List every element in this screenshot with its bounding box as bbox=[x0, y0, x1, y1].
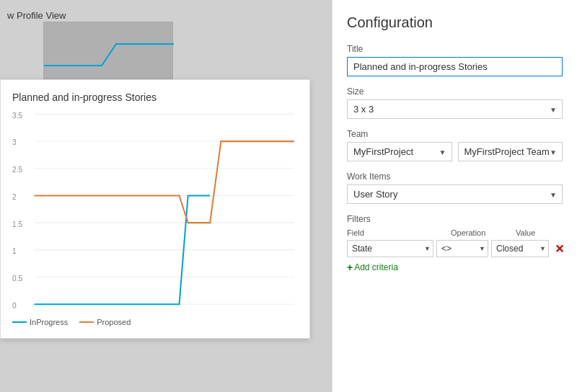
filter-val-header: Value bbox=[513, 228, 563, 237]
filters-section: Filters Field Operation Value State Titl… bbox=[347, 214, 563, 273]
svg-text:30: 30 bbox=[139, 311, 146, 312]
svg-text:20: 20 bbox=[102, 311, 110, 312]
svg-text:10: 10 bbox=[175, 311, 182, 312]
filters-label: Filters bbox=[347, 214, 563, 224]
svg-text:0.5: 0.5 bbox=[12, 275, 22, 282]
svg-text:2.5: 2.5 bbox=[12, 166, 22, 174]
legend-inprogress: InProgress bbox=[12, 318, 68, 326]
chart-area: 0 0.5 1 1.5 2 2.5 3 3.5 31 Aug bbox=[12, 110, 298, 312]
team-name-select[interactable]: MyFirstProject Team bbox=[458, 142, 563, 161]
title-label: Title bbox=[347, 44, 563, 54]
team-label: Team bbox=[347, 129, 563, 139]
svg-text:3: 3 bbox=[12, 138, 17, 146]
size-select-wrapper: 3 x 3 1 x 1 2 x 2 4 x 4 ▼ bbox=[347, 99, 563, 119]
filter-headers: Field Operation Value bbox=[347, 228, 563, 237]
work-items-group: Work Items User Story Bug Task Feature ▼ bbox=[347, 172, 563, 204]
legend-line-inprogress bbox=[12, 321, 27, 323]
title-input[interactable] bbox=[347, 57, 563, 76]
size-select[interactable]: 3 x 3 1 x 1 2 x 2 4 x 4 bbox=[347, 99, 563, 119]
filter-op-select[interactable]: <> = > < bbox=[436, 240, 488, 257]
work-items-select-wrapper: User Story Bug Task Feature ▼ bbox=[347, 184, 563, 204]
legend-label-inprogress: InProgress bbox=[30, 318, 68, 326]
filter-field-wrapper: State Title Priority ▼ bbox=[347, 240, 433, 257]
delete-filter-button[interactable]: ✕ bbox=[552, 242, 567, 256]
legend-line-proposed bbox=[79, 321, 94, 323]
work-items-select[interactable]: User Story Bug Task Feature bbox=[347, 184, 563, 204]
filter-field-select[interactable]: State Title Priority bbox=[347, 240, 433, 257]
svg-text:1.5: 1.5 bbox=[12, 220, 22, 228]
svg-text:20: 20 bbox=[212, 311, 219, 312]
size-group: Size 3 x 3 1 x 1 2 x 2 4 x 4 ▼ bbox=[347, 86, 563, 119]
legend-label-proposed: Proposed bbox=[97, 318, 131, 326]
add-criteria-plus-icon: + bbox=[347, 262, 353, 273]
size-label: Size bbox=[347, 86, 563, 97]
team-row: MyFirstProject ▼ MyFirstProject Team ▼ bbox=[347, 142, 563, 161]
svg-text:31: 31 bbox=[30, 311, 38, 312]
team-name-wrapper: MyFirstProject Team ▼ bbox=[458, 142, 563, 161]
profile-view-label: w Profile View bbox=[7, 10, 66, 21]
legend-proposed: Proposed bbox=[79, 318, 131, 326]
team-project-wrapper: MyFirstProject ▼ bbox=[347, 142, 452, 161]
svg-text:0: 0 bbox=[12, 301, 17, 309]
team-group: Team MyFirstProject ▼ MyFirstProject Tea… bbox=[347, 129, 563, 161]
filter-field-header: Field bbox=[347, 228, 448, 237]
svg-text:1: 1 bbox=[12, 247, 17, 255]
filter-op-header: Operation bbox=[448, 228, 513, 237]
chart-title: Planned and in-progress Stories bbox=[12, 92, 298, 103]
filter-row: State Title Priority ▼ <> = > < ▼ Closed bbox=[347, 240, 563, 257]
svg-text:3.5: 3.5 bbox=[12, 112, 22, 120]
filter-op-wrapper: <> = > < ▼ bbox=[436, 240, 488, 257]
svg-text:2: 2 bbox=[12, 193, 17, 201]
add-criteria-button[interactable]: + Add criteria bbox=[347, 262, 398, 273]
filter-value-select[interactable]: Closed Active Resolved New bbox=[491, 240, 549, 257]
work-items-label: Work Items bbox=[347, 172, 563, 182]
team-project-select[interactable]: MyFirstProject bbox=[347, 142, 452, 161]
config-heading: Configuration bbox=[347, 14, 563, 31]
right-panel: Configuration Title Size 3 x 3 1 x 1 2 x… bbox=[332, 0, 577, 392]
bg-chart-preview bbox=[43, 22, 173, 79]
svg-text:10: 10 bbox=[67, 311, 74, 312]
filter-val-wrapper: Closed Active Resolved New ▼ bbox=[491, 240, 549, 257]
chart-card: Planned and in-progress Stories 0 0.5 1 … bbox=[0, 79, 310, 339]
chart-legend: InProgress Proposed bbox=[12, 318, 298, 326]
add-criteria-label: Add criteria bbox=[354, 262, 398, 272]
title-group: Title bbox=[347, 44, 563, 76]
left-panel: w Profile View Planned and in-progress S… bbox=[0, 0, 332, 392]
svg-text:30: 30 bbox=[272, 311, 279, 312]
